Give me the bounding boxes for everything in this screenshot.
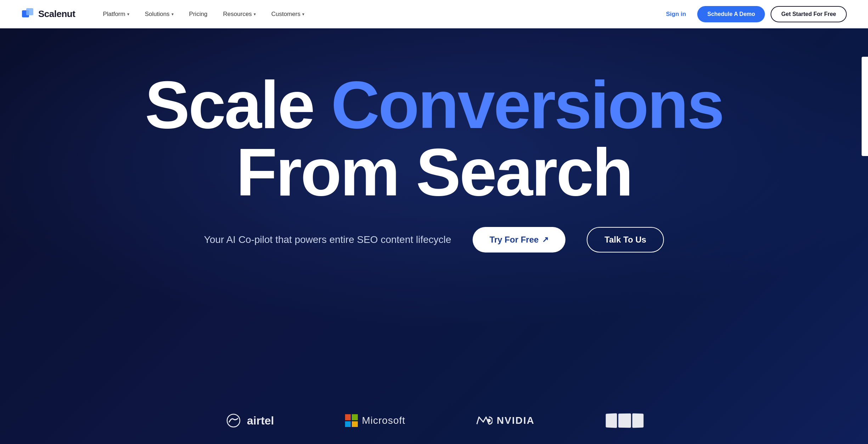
headline-from-search: From Search [236,134,632,210]
nav-solutions-label: Solutions [145,11,170,18]
book-icon-2 [618,414,631,428]
nav-customers-label: Customers [271,11,300,18]
svg-rect-1 [26,8,33,15]
book-icons [605,414,644,428]
hero-subtitle: Your AI Co-pilot that powers entire SEO … [204,234,451,245]
nav-item-platform[interactable]: Platform ▾ [96,8,135,21]
book-icon-1 [606,413,617,428]
airtel-label: airtel [247,414,274,427]
nav-item-customers[interactable]: Customers ▾ [265,8,311,21]
nvidia-label: NVIDIA [497,415,535,426]
nvidia-logo: NVIDIA [476,414,535,427]
hero-section: Scale Conversions From Search Your AI Co… [0,28,868,444]
logo-text: Scalenut [38,9,75,20]
talk-to-us-button[interactable]: Talk To Us [587,227,664,252]
hero-content: Scale Conversions From Search Your AI Co… [115,71,753,252]
logo-icon [21,7,35,21]
nav-pricing-label: Pricing [189,11,208,18]
microsoft-label: Microsoft [362,415,406,426]
arrow-icon: ↗ [542,235,548,244]
brand-logos: airtel Microsoft NVIDIA [0,411,868,430]
try-for-free-button[interactable]: Try For Free ↗ [473,227,566,252]
headline-scale: Scale [145,67,331,142]
airtel-icon [224,411,243,430]
nav-resources-label: Resources [223,11,252,18]
nav-platform-label: Platform [103,11,125,18]
microsoft-logo: Microsoft [345,414,406,427]
nav-item-pricing[interactable]: Pricing [183,8,214,21]
book-icon-3 [632,413,644,428]
chevron-down-icon: ▾ [171,12,174,17]
fourth-brand-logo [605,414,644,428]
get-started-button[interactable]: Get Started For Free [771,6,847,22]
logo[interactable]: Scalenut [21,7,75,21]
try-free-label: Try For Free [490,235,539,245]
hero-headline: Scale Conversions From Search [115,71,753,206]
sign-in-button[interactable]: Sign in [660,8,692,21]
chevron-down-icon: ▾ [254,12,256,17]
nav-links: Platform ▾ Solutions ▾ Pricing Resources… [96,8,660,21]
nvidia-icon [476,414,492,427]
hero-side-bar [862,57,868,156]
schedule-demo-button[interactable]: Schedule A Demo [697,6,765,22]
microsoft-icon [345,414,358,427]
nav-item-resources[interactable]: Resources ▾ [217,8,262,21]
chevron-down-icon: ▾ [127,12,129,17]
nav-right: Sign in Schedule A Demo Get Started For … [660,6,847,22]
nav-item-solutions[interactable]: Solutions ▾ [139,8,180,21]
headline-conversions: Conversions [331,67,723,142]
svg-point-2 [487,419,491,422]
chevron-down-icon: ▾ [302,12,304,17]
navbar: Scalenut Platform ▾ Solutions ▾ Pricing … [0,0,868,28]
hero-cta-row: Your AI Co-pilot that powers entire SEO … [115,227,753,252]
airtel-logo: airtel [224,411,274,430]
